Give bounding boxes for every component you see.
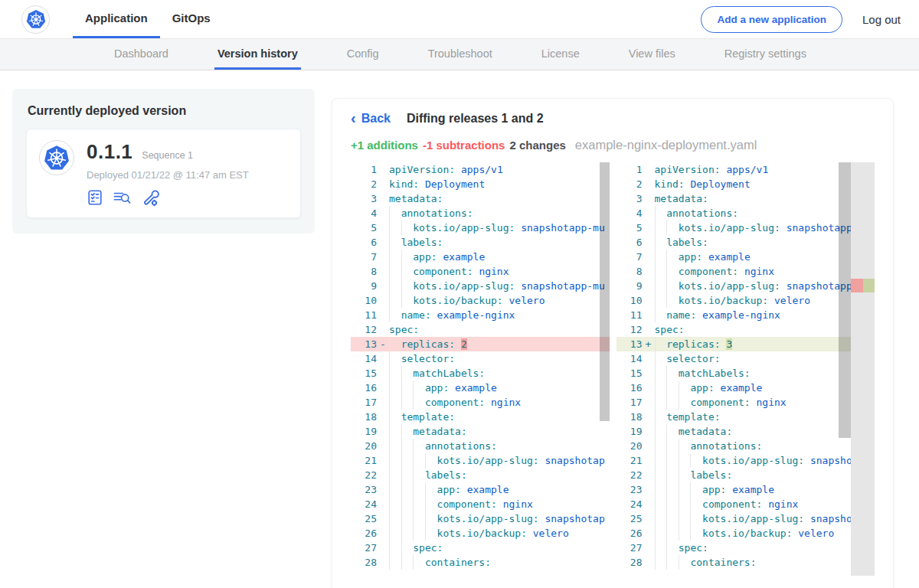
version-actions <box>87 188 249 207</box>
diff-sign <box>377 497 389 511</box>
line-number: 13 <box>616 337 643 351</box>
view-logs-icon[interactable] <box>113 189 132 206</box>
code-line: 1apiVersion: apps/v1 <box>616 162 875 177</box>
indent-guide <box>679 439 691 453</box>
indent-guide <box>666 381 679 395</box>
configure-wrench-icon[interactable] <box>141 188 159 207</box>
indent-guide <box>655 308 667 322</box>
line-number: 9 <box>616 279 643 293</box>
code-text: app: example <box>389 482 610 497</box>
diff-sign <box>643 162 655 177</box>
release-notes-icon[interactable] <box>87 189 103 206</box>
indent-guide <box>690 497 702 511</box>
line-number: 10 <box>351 293 377 308</box>
back-label: Back <box>361 112 391 126</box>
code-line: 10kots.io/backup: velero <box>351 293 610 308</box>
diff-sign <box>643 497 655 511</box>
indent-guide <box>655 453 667 468</box>
tab-gitops[interactable]: GitOps <box>160 0 223 38</box>
code-line: 18template: <box>616 410 875 424</box>
indent-guide <box>389 424 401 439</box>
indent-guide <box>666 453 679 468</box>
code-line: 7app: example <box>616 250 875 264</box>
code-line: 6labels: <box>351 235 610 250</box>
subnav-tab-registry-settings[interactable]: Registry settings <box>721 39 809 70</box>
subnav-tab-view-files[interactable]: View files <box>626 39 679 70</box>
code-text: kots.io/app-slug: snapshotap <box>655 453 875 468</box>
indent-guide <box>389 526 401 541</box>
diff-sign <box>377 381 389 395</box>
scrollbar-thumb[interactable] <box>839 162 851 438</box>
add-application-button[interactable]: Add a new application <box>701 6 842 33</box>
code-text: containers: <box>389 555 610 570</box>
code-line: 4annotations: <box>616 206 875 220</box>
code-text: metadata: <box>389 191 610 206</box>
indent-guide <box>413 381 425 395</box>
line-number: 26 <box>351 526 377 541</box>
diff-sign <box>643 308 655 322</box>
indent-guide <box>401 439 414 453</box>
back-link[interactable]: ‹ Back <box>351 111 391 126</box>
code-line: 28containers: <box>351 555 610 570</box>
line-number: 27 <box>616 541 643 555</box>
line-number: 8 <box>351 264 377 279</box>
tab-application[interactable]: Application <box>73 0 160 38</box>
indent-guide <box>690 453 702 468</box>
code-text: component: nginx <box>389 497 610 511</box>
indent-guide <box>655 351 667 366</box>
subnav-tab-troubleshoot[interactable]: Troubleshoot <box>425 39 495 70</box>
line-number: 5 <box>616 220 643 235</box>
indent-guide <box>425 511 437 526</box>
app-avatar <box>39 140 74 175</box>
diff-sign <box>377 453 389 468</box>
subnav-tab-version-history[interactable]: Version history <box>214 39 301 70</box>
line-number: 7 <box>351 250 377 264</box>
diff-sign <box>643 250 655 264</box>
diff-sign <box>643 511 655 526</box>
indent-guide <box>655 293 667 308</box>
subnav-tab-dashboard[interactable]: Dashboard <box>111 39 172 70</box>
indent-guide <box>389 293 401 308</box>
kubernetes-icon <box>26 9 46 29</box>
line-number: 8 <box>616 264 643 279</box>
code-text: kots.io/app-slug: snapshotap <box>389 453 610 468</box>
indent-guide <box>389 264 401 279</box>
indent-guide <box>666 526 679 541</box>
code-text: kots.io/backup: velero <box>389 293 610 308</box>
indent-guide <box>666 293 679 308</box>
code-line: 16app: example <box>616 381 875 395</box>
subnav-tab-license[interactable]: License <box>538 39 583 70</box>
diff-sign: + <box>643 337 655 351</box>
code-line: 20annotations: <box>616 439 875 453</box>
kubernetes-icon <box>44 145 70 171</box>
indent-guide <box>413 468 425 482</box>
line-number: 11 <box>616 308 643 322</box>
diff-stats: +1 additions -1 subtractions 2 changes e… <box>351 138 875 152</box>
code-line: 6labels: <box>616 235 875 250</box>
indent-guide <box>425 497 437 511</box>
code-line: 3metadata: <box>616 191 875 206</box>
line-number: 18 <box>616 410 643 424</box>
indent-guide <box>389 468 401 482</box>
top-navbar: Application GitOps Add a new application… <box>0 0 919 38</box>
code-text: app: example <box>655 482 875 497</box>
diff-sign <box>377 206 389 220</box>
indent-guide <box>401 366 414 381</box>
indent-guide <box>666 250 679 264</box>
diff-sign <box>643 206 655 220</box>
diff-sign <box>377 439 389 453</box>
diff-sign <box>377 468 389 482</box>
line-number: 28 <box>351 555 377 570</box>
code-text: component: nginx <box>655 497 875 511</box>
scrollbar-thumb[interactable] <box>600 162 610 421</box>
diff-sign <box>643 482 655 497</box>
code-line: 8component: nginx <box>616 264 875 279</box>
diff-title: Diffing releases 1 and 2 <box>407 112 544 126</box>
logout-button[interactable]: Log out <box>862 13 901 26</box>
indent-guide <box>401 482 414 497</box>
diff-sign <box>377 366 389 381</box>
subnav-tab-config[interactable]: Config <box>344 39 382 70</box>
code-line: 8component: nginx <box>351 264 610 279</box>
diff-sign <box>377 279 389 293</box>
line-number: 20 <box>616 439 643 453</box>
